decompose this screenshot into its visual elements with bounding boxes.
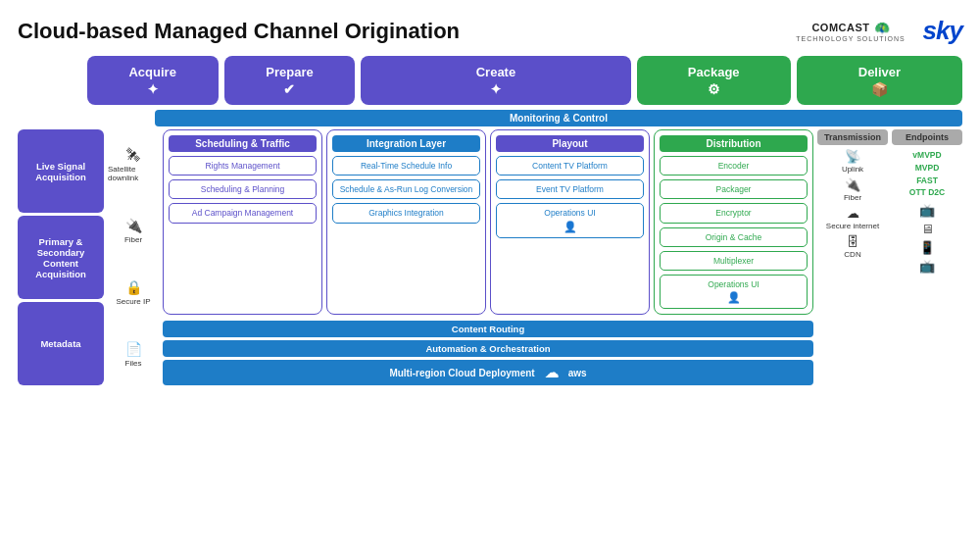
origin-cache: Origin & Cache xyxy=(660,227,808,247)
distribution-col: Distribution Encoder Packager Encryptor … xyxy=(654,129,813,315)
content-routing-bar: Content Routing xyxy=(163,321,813,337)
primary-secondary-box: Primary & Secondary Content Acquisition xyxy=(18,216,104,299)
trans-fiber-icon: 🔌 xyxy=(845,177,860,192)
fiber-icon: 🔌 xyxy=(125,218,142,233)
phase-deliver-label: Deliver xyxy=(858,65,901,79)
phase-create-label: Create xyxy=(476,65,515,79)
phase-bar: Acquire ✦ Prepare ✔ Create ✦ Package ⚙ D… xyxy=(18,56,962,105)
left-inputs: Live Signal Acquisition Primary & Second… xyxy=(18,129,104,385)
schedule-asrun: Schedule & As-Run Log Conversion xyxy=(332,179,480,199)
playout-col: Playout Content TV Platform Event TV Pla… xyxy=(490,129,650,315)
endpoint-ottd2c: OTT D2C xyxy=(892,186,962,199)
endpoint-icon-3: 📱 xyxy=(919,240,935,255)
header: Cloud-based Managed Channel Origination … xyxy=(18,16,962,46)
comcast-logo: COMCAST 🦚 TECHNOLOGY SOLUTIONS xyxy=(796,21,905,42)
phase-acquire-label: Acquire xyxy=(128,65,175,79)
endpoints-labels: vMVPD MVPD FAST OTT D2C xyxy=(892,149,962,199)
realtime-schedule: Real-Time Schedule Info xyxy=(332,156,480,176)
dist-operations-label: Operations UI xyxy=(708,279,759,289)
cdn-label: CDN xyxy=(844,250,860,259)
satellite-icon: 🛰 xyxy=(126,147,140,163)
transport-files: 📄 Files xyxy=(108,341,159,368)
secure-internet-icon: ☁ xyxy=(847,206,859,221)
logos: COMCAST 🦚 TECHNOLOGY SOLUTIONS sky xyxy=(796,16,962,46)
playout-header: Playout xyxy=(496,135,644,152)
endpoint-icon-2: 🖥 xyxy=(921,222,934,236)
aws-label: aws xyxy=(568,368,587,378)
secure-ip-icon: 🔒 xyxy=(125,279,142,295)
prepare-icon: ✔ xyxy=(283,81,295,97)
peacock-icon: 🦚 xyxy=(874,21,890,35)
fiber-label: Fiber xyxy=(124,235,142,244)
cloud-icon: ☁ xyxy=(545,365,559,380)
phase-prepare: Prepare ✔ xyxy=(224,56,356,105)
playout-operations-ui-label: Operations UI xyxy=(544,208,595,218)
multiregion-bar: Multi-region Cloud Deployment ☁ aws xyxy=(163,360,813,385)
content-tv-platform: Content TV Platform xyxy=(496,156,644,176)
endpoint-vmvpd: vMVPD xyxy=(892,149,962,162)
integration-col: Integration Layer Real-Time Schedule Inf… xyxy=(326,129,486,315)
acquire-icon: ✦ xyxy=(147,81,159,97)
endpoint-icon-1: 📺 xyxy=(919,203,935,218)
phase-deliver: Deliver 📦 xyxy=(797,56,962,105)
transmission-col: Transmission 📡 Uplink 🔌 Fiber ☁ Secure i… xyxy=(817,129,888,385)
transmission-cdn: 🗄 CDN xyxy=(817,234,888,259)
endpoint-icon-4: 📺 xyxy=(919,259,935,274)
page: Cloud-based Managed Channel Origination … xyxy=(0,0,980,552)
phase-prepare-label: Prepare xyxy=(266,65,313,79)
secure-ip-label: Secure IP xyxy=(116,297,150,306)
sky-logo: sky xyxy=(923,16,962,46)
encoder: Encoder xyxy=(660,156,808,176)
endpoints-header: Endpoints xyxy=(892,129,962,145)
dist-user-icon: 👤 xyxy=(727,291,741,304)
phase-acquire: Acquire ✦ xyxy=(87,56,219,105)
transmission-header: Transmission xyxy=(817,129,888,145)
graphics-integration: Graphics Integration xyxy=(332,203,480,223)
multiregion-label: Multi-region Cloud Deployment xyxy=(389,368,534,378)
trans-fiber-label: Fiber xyxy=(844,193,861,202)
phase-package: Package ⚙ xyxy=(637,56,791,105)
transport-secure-ip: 🔒 Secure IP xyxy=(108,279,159,306)
monitoring-wrapper: Monitoring & Control xyxy=(18,110,962,126)
secure-internet-label: Secure internet xyxy=(826,222,879,230)
comcast-sub: TECHNOLOGY SOLUTIONS xyxy=(796,35,905,42)
transport-col: 🛰 Satellite downlink 🔌 Fiber 🔒 Secure IP… xyxy=(108,129,159,385)
endpoint-fast: FAST xyxy=(892,175,962,187)
phase-package-label: Package xyxy=(688,65,740,79)
transport-fiber: 🔌 Fiber xyxy=(108,218,159,244)
playout-operations-ui: Operations UI 👤 xyxy=(496,203,644,237)
bottom-bars: Content Routing Automation & Orchestrati… xyxy=(163,321,813,385)
scheduling-col: Scheduling & Traffic Rights Management S… xyxy=(163,129,322,315)
middle-section: Scheduling & Traffic Rights Management S… xyxy=(163,129,813,385)
package-icon: ⚙ xyxy=(708,81,720,97)
uplink-label: Uplink xyxy=(842,165,863,174)
transmission-uplink: 📡 Uplink xyxy=(817,149,888,174)
uplink-icon: 📡 xyxy=(845,149,860,164)
satellite-label: Satellite downlink xyxy=(108,165,159,182)
playout-user-icon: 👤 xyxy=(564,221,577,233)
ad-campaign: Ad Campaign Management xyxy=(169,203,317,223)
cdn-icon: 🗄 xyxy=(847,234,859,249)
multiplexer: Multiplexer xyxy=(660,251,808,271)
automation-bar: Automation & Orchestration xyxy=(163,340,813,357)
event-tv-platform: Event TV Platform xyxy=(496,179,644,199)
integration-header: Integration Layer xyxy=(332,135,480,152)
live-signal-box: Live Signal Acquisition xyxy=(18,129,104,213)
deliver-icon: 📦 xyxy=(871,81,888,97)
encryptor: Encryptor xyxy=(660,203,808,223)
scheduling-header: Scheduling & Traffic xyxy=(169,135,317,152)
create-icon: ✦ xyxy=(490,81,502,97)
comcast-name: COMCAST xyxy=(811,22,869,33)
phase-create: Create ✦ xyxy=(361,56,630,105)
monitoring-bar: Monitoring & Control xyxy=(155,110,962,126)
files-label: Files xyxy=(125,359,142,368)
phase-spacer xyxy=(18,56,81,105)
content-columns: Scheduling & Traffic Rights Management S… xyxy=(163,129,813,315)
metadata-box: Metadata xyxy=(18,302,104,385)
transmission-fiber: 🔌 Fiber xyxy=(817,177,888,202)
transmission-secure-internet: ☁ Secure internet xyxy=(817,206,888,230)
files-icon: 📄 xyxy=(125,341,142,357)
endpoints-icons: 📺 🖥 📱 📺 xyxy=(892,203,962,274)
main-area: Live Signal Acquisition Primary & Second… xyxy=(18,129,962,385)
packager: Packager xyxy=(660,179,808,199)
